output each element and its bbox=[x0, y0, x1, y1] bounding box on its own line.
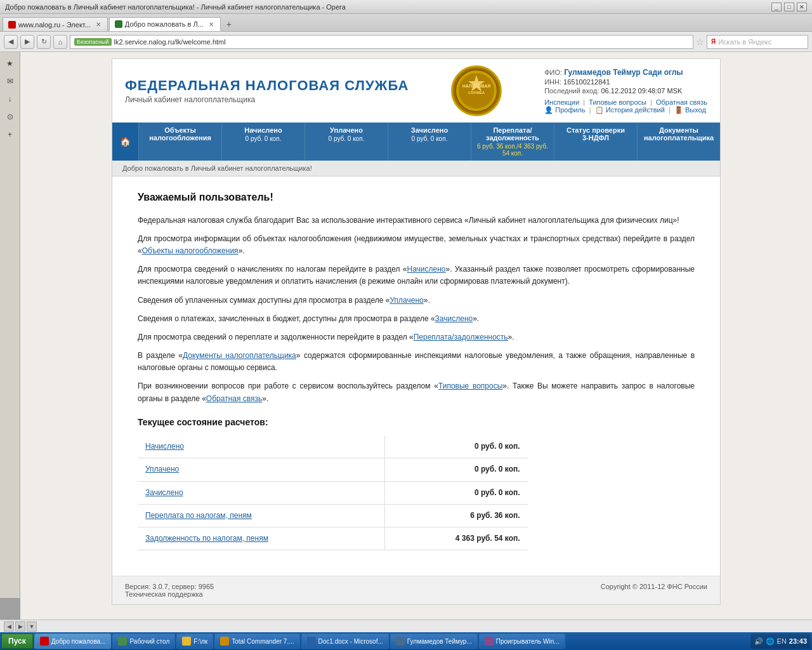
start-label: Пуск bbox=[8, 637, 26, 646]
bookmark-button[interactable]: ☆ bbox=[696, 37, 704, 47]
taskbar-item-tc[interactable]: Total Commander 7.... bbox=[214, 633, 299, 649]
sidebar-download-icon[interactable]: ↓ bbox=[4, 93, 16, 105]
paragraph-6: В разделе «Документы налогоплательщика» … bbox=[138, 350, 695, 374]
start-button[interactable]: Пуск bbox=[1, 633, 33, 649]
calc-label-0[interactable]: Начислено bbox=[138, 435, 384, 458]
link-documents[interactable]: Документы налогоплательщика bbox=[183, 351, 296, 360]
calc-value-3: 6 руб. 36 коп. bbox=[384, 504, 527, 527]
statusbar-btn-1[interactable]: ◀ bbox=[4, 621, 14, 632]
emblem: НАЛОГОВАЯ СЛУЖБА bbox=[451, 65, 502, 116]
tab-0[interactable]: www.nalog.ru - Элект... ✕ bbox=[3, 17, 108, 31]
taskbar-icon-folder bbox=[182, 637, 191, 646]
tab-credited[interactable]: Зачислено 0 руб. 0 коп. bbox=[388, 123, 471, 161]
taskbar-item-folder[interactable]: F:\лк bbox=[176, 633, 213, 649]
calc-label-4[interactable]: Задолженность по налогам, пеням bbox=[138, 527, 384, 550]
sidebar-bookmarks-icon[interactable]: ★ bbox=[4, 57, 16, 70]
tab-1[interactable]: Добро пожаловать в Л... ✕ bbox=[109, 17, 221, 31]
statusbar-btn-3[interactable]: ▼ bbox=[27, 621, 37, 632]
link-profile[interactable]: Профиль bbox=[555, 106, 586, 114]
calc-value-4: 4 363 руб. 54 коп. bbox=[384, 527, 527, 550]
statusbar-btn-2[interactable]: ▶ bbox=[15, 621, 25, 632]
search-box[interactable]: Я Искать в Яндекс bbox=[707, 35, 808, 49]
tab-close-0[interactable]: ✕ bbox=[96, 21, 101, 28]
tab-paid-title: Уплачено bbox=[310, 126, 383, 134]
calc-row-0: Начислено 0 руб. 0 коп. bbox=[138, 435, 528, 458]
maximize-button[interactable]: □ bbox=[784, 3, 794, 11]
paragraph-1: Для просмотра информации об объектах нал… bbox=[138, 233, 695, 257]
link-typical-questions-2[interactable]: Типовые вопросы bbox=[438, 381, 502, 390]
calc-row-1: Уплачено 0 руб. 0 коп. bbox=[138, 458, 528, 481]
logo-subtitle: Личный кабинет налогоплательщика bbox=[125, 95, 409, 104]
new-tab-button[interactable]: + bbox=[222, 17, 236, 31]
logo-title: ФЕДЕРАЛЬНАЯ НАЛОГОВАЯ СЛУЖБА bbox=[125, 77, 409, 94]
tab-charged[interactable]: Начислено 0 руб. 0 коп. bbox=[221, 123, 304, 161]
taskbar-item-opera[interactable]: Добро пожалова... bbox=[34, 633, 112, 649]
sidebar-mail-icon[interactable]: ✉ bbox=[4, 75, 16, 88]
tab-paid[interactable]: Уплачено 0 руб. 0 коп. bbox=[304, 123, 388, 161]
tab-3ndfl[interactable]: Статус проверки3-НДФЛ bbox=[554, 123, 637, 161]
taskbar-item-media[interactable]: Проигрыватель Win... bbox=[479, 633, 565, 649]
taskbar-icon-opera bbox=[40, 637, 49, 646]
tray-icon-3: EN bbox=[777, 637, 787, 645]
page-wrapper: ФЕДЕРАЛЬНАЯ НАЛОГОВАЯ СЛУЖБА Личный каби… bbox=[20, 52, 812, 632]
tab-close-1[interactable]: ✕ bbox=[209, 21, 214, 28]
close-button[interactable]: ✕ bbox=[797, 3, 807, 11]
taskbar-label-user: Гулмамедов Теймур... bbox=[407, 638, 472, 645]
link-overpayment[interactable]: Переплата/задолженность bbox=[414, 333, 508, 342]
search-placeholder: Искать в Яндекс bbox=[718, 38, 771, 46]
browser-sidebar: ★ ✉ ↓ ⊙ + bbox=[0, 52, 20, 598]
paragraph-4: Сведения о платежах, зачисленных в бюдже… bbox=[138, 313, 695, 325]
tab-overpayment[interactable]: Переплата/задолженность 6 руб. 36 коп./4… bbox=[471, 123, 554, 161]
address-box[interactable]: Безопасный lk2.service.nalog.ru/lk/welco… bbox=[70, 35, 693, 49]
tab-credited-value: 0 руб. 0 коп. bbox=[393, 135, 466, 142]
sidebar-history-icon[interactable]: ⊙ bbox=[4, 110, 16, 123]
address-text: lk2.service.nalog.ru/lk/welcome.html bbox=[114, 38, 226, 46]
svg-text:СЛУЖБА: СЛУЖБА bbox=[468, 91, 485, 95]
calc-heading: Текущее состояние расчетов: bbox=[138, 415, 695, 429]
link-feedback-2[interactable]: Обратная связь bbox=[206, 394, 262, 403]
link-typical-questions[interactable]: Типовые вопросы bbox=[589, 98, 646, 106]
user-last-login: Последний вход: 06.12.2012 09:48:07 MSK bbox=[544, 87, 707, 95]
minimize-button[interactable]: _ bbox=[771, 3, 782, 11]
tab-paid-value: 0 руб. 0 коп. bbox=[310, 135, 383, 142]
taskbar: Пуск Добро пожалова... Рабочий стол F:\л… bbox=[0, 632, 812, 650]
footer-support-link[interactable]: Техническая поддержка bbox=[125, 590, 203, 598]
calc-label-1[interactable]: Уплачено bbox=[138, 458, 384, 481]
tab-charged-value: 0 руб. 0 коп. bbox=[227, 135, 299, 142]
home-tab-button[interactable]: 🏠 bbox=[112, 123, 138, 161]
window-controls: _ □ ✕ bbox=[771, 3, 807, 11]
ssl-badge: Безопасный bbox=[74, 38, 112, 46]
calc-label-3[interactable]: Переплата по налогам, пеням bbox=[138, 504, 384, 527]
link-credited[interactable]: Зачислено bbox=[435, 314, 473, 323]
calc-label-2[interactable]: Зачислено bbox=[138, 481, 384, 504]
link-history[interactable]: История действий bbox=[606, 106, 665, 114]
back-button[interactable]: ◀ bbox=[4, 35, 18, 49]
forward-button[interactable]: ▶ bbox=[20, 35, 34, 49]
sidebar-add-icon[interactable]: + bbox=[4, 128, 16, 141]
taskbar-item-desktop[interactable]: Рабочий стол bbox=[112, 633, 175, 649]
taskbar-icon-word bbox=[307, 637, 316, 646]
user-info: ФИО: Гулмамедов Теймур Сади оглы ИНН: 16… bbox=[544, 68, 707, 114]
link-paid[interactable]: Уплачено bbox=[390, 296, 424, 305]
link-logout[interactable]: Выход bbox=[685, 106, 706, 114]
paragraph-7: При возникновении вопросов при работе с … bbox=[138, 380, 695, 404]
link-inspections[interactable]: Инспекции bbox=[544, 98, 579, 106]
paragraph-0: Федеральная налоговая служба благодарит … bbox=[138, 215, 695, 227]
taskbar-label-desktop: Рабочий стол bbox=[129, 638, 169, 645]
taskbar-icon-media bbox=[485, 637, 494, 646]
paragraph-3: Сведения об уплаченных суммах доступны д… bbox=[138, 295, 695, 307]
paragraph-5: Для просмотра сведений о переплате и зад… bbox=[138, 331, 695, 343]
tab-overpayment-value: 6 руб. 36 коп./4 363 руб. 54 коп. bbox=[476, 143, 549, 157]
link-objects[interactable]: Объекты налогообложения bbox=[142, 246, 239, 255]
home-button[interactable]: ⌂ bbox=[53, 35, 67, 49]
tab-documents[interactable]: Документыналогоплательщика bbox=[637, 123, 720, 161]
reload-button[interactable]: ↻ bbox=[37, 35, 51, 49]
taskbar-item-user[interactable]: Гулмамедов Теймур... bbox=[390, 633, 478, 649]
taskbar-item-word[interactable]: Doc1.docx - Microsof... bbox=[301, 633, 389, 649]
link-feedback[interactable]: Обратная связь bbox=[656, 98, 707, 106]
tab-objects[interactable]: Объектыналогообложения bbox=[138, 123, 221, 161]
user-nav-links: Инспекции | Типовые вопросы | Обратная с… bbox=[544, 98, 707, 114]
link-charged[interactable]: Начислено bbox=[407, 265, 445, 274]
browser-titlebar: Добро пожаловать в Личный кабинет налого… bbox=[0, 0, 812, 14]
search-logo: Я bbox=[711, 38, 716, 45]
